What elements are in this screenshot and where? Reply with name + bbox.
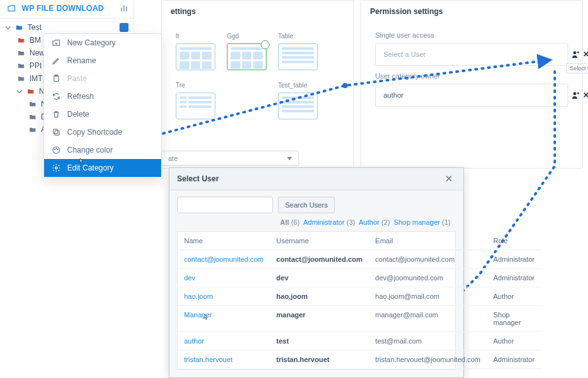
single-user-input[interactable]: Select a User ✕ (375, 43, 568, 66)
cell-username: manager (270, 306, 369, 332)
cell-name[interactable]: dev (178, 269, 270, 287)
context-menu: New Category Rename Paste Refresh Delete… (43, 33, 162, 178)
tree-label: PPI (29, 61, 42, 70)
svg-rect-2 (55, 131, 59, 135)
permission-panel-title: Permission settings (361, 1, 582, 20)
col-name: Name (178, 232, 270, 250)
theme-option[interactable]: Test_table (278, 82, 318, 119)
folder-icon (17, 36, 26, 44)
settings-panel-title: ettings (162, 1, 353, 20)
ctx-delete[interactable]: Delete (44, 105, 161, 123)
cell-role: Administrator (487, 269, 541, 287)
single-user-placeholder: Select a User (383, 50, 426, 58)
filter-author[interactable]: Author (359, 218, 379, 226)
cell-name[interactable]: Manager (178, 306, 270, 332)
ctx-refresh[interactable]: Refresh (44, 87, 161, 105)
pencil-icon (52, 56, 61, 65)
cell-name[interactable]: contact@joomunited.com (178, 250, 270, 269)
cell-name[interactable]: hao.joom (178, 287, 270, 306)
owner-input[interactable]: author ✕ (375, 84, 568, 107)
cell-role: Shop manager (487, 306, 541, 332)
ctx-rename[interactable]: Rename (44, 52, 161, 70)
brand-title: WP FILE DOWNLOAD (22, 4, 104, 13)
modal-filters: All (6) Administrator (3) Author (2) Sho… (169, 217, 463, 231)
svg-rect-3 (53, 129, 58, 133)
add-user-icon[interactable] (571, 50, 580, 59)
folder-icon (15, 24, 24, 31)
date-label: ate (168, 155, 178, 162)
ctx-new-category[interactable]: New Category (44, 34, 161, 52)
cell-email: dev@joomunited.com (369, 269, 487, 287)
gear-icon (52, 163, 61, 172)
cell-email: contact@joomunited.com (369, 250, 487, 269)
filter-shop[interactable]: Shop manager (394, 218, 440, 226)
caret-down-icon (5, 25, 11, 31)
select-user-tooltip: Select User (566, 63, 588, 73)
theme-name: lt (176, 33, 215, 40)
modal-title: Select User (177, 174, 219, 183)
ctx-edit-category[interactable]: Edit Category (44, 159, 161, 177)
svg-point-5 (54, 149, 55, 149)
filter-all[interactable]: All (6) (280, 218, 300, 226)
col-email: Email (369, 232, 487, 250)
ctx-label: Rename (67, 56, 96, 65)
table-row[interactable]: hao.joomhao.joomhao.joom@mail.comAuthor (178, 287, 541, 306)
folder-icon (28, 113, 37, 121)
cell-name[interactable]: author (178, 332, 270, 351)
download-icon (6, 4, 17, 13)
settings-panel: ettings lt Ggd Table Tre Test_table (161, 0, 354, 169)
table-row[interactable]: contact@joomunited.comcontact@joomunited… (178, 250, 541, 269)
table-row[interactable]: devdevdev@joomunited.comAdministrator (178, 269, 541, 287)
ctx-label: Delete (67, 110, 89, 119)
cursor-pointer-icon (201, 313, 210, 323)
table-row[interactable]: tristan.hervouettristan.hervouettristan.… (178, 351, 541, 369)
search-users-button[interactable]: Search Users (278, 197, 335, 213)
modal-search-input[interactable] (177, 197, 273, 213)
cell-username: tristan.hervouet (270, 351, 369, 369)
add-user-icon[interactable] (571, 91, 580, 100)
theme-option-selected[interactable]: Ggd (227, 33, 267, 70)
tree-root[interactable]: Test (0, 21, 134, 34)
table-header: Name Username Email Role (178, 232, 541, 250)
caret-down-icon (17, 89, 22, 94)
theme-option[interactable]: lt (176, 33, 215, 70)
clear-user-icon[interactable]: ✕ (583, 50, 588, 59)
date-input[interactable]: ate (161, 151, 299, 166)
owner-value: author (383, 91, 403, 99)
ctx-label: Change color (67, 146, 112, 155)
folder-icon (17, 49, 26, 57)
cell-name[interactable]: tristan.hervouet (178, 351, 270, 369)
caret-down-icon (287, 157, 292, 160)
clear-user-icon[interactable]: ✕ (583, 91, 588, 100)
svg-point-7 (58, 149, 58, 149)
tree-root-action[interactable] (120, 23, 128, 32)
folder-icon (28, 126, 37, 133)
cell-username: test (270, 332, 369, 351)
equalizer-icon[interactable] (121, 5, 127, 11)
ctx-label: New Category (67, 38, 116, 47)
folder-icon (28, 100, 37, 108)
ctx-copy-shortcode[interactable]: Copy Shortcode (44, 123, 161, 141)
cell-email: manager@mail.com (369, 306, 487, 332)
theme-option[interactable]: Tre (176, 82, 215, 119)
ctx-paste: Paste (44, 70, 161, 87)
folder-icon (17, 75, 26, 82)
col-role: Role (487, 232, 541, 250)
cell-username: contact@joomunited.com (270, 250, 369, 269)
cell-email: tristan.hervouet@joomunited.com (369, 351, 487, 369)
folder-icon (26, 87, 35, 95)
refresh-icon (52, 92, 61, 101)
ctx-label: Paste (67, 74, 87, 83)
filter-admin[interactable]: Administrator (303, 218, 344, 226)
table-row[interactable]: authortesttest@mail.comAuthor (178, 332, 541, 351)
table-row[interactable]: Managermanagermanager@mail.comShop manag… (178, 306, 541, 332)
cell-role: Administrator (487, 351, 541, 369)
cell-username: hao.joom (270, 287, 369, 306)
ctx-change-color[interactable]: Change color (44, 141, 161, 159)
svg-point-8 (55, 167, 58, 169)
plus-folder-icon (52, 38, 61, 47)
theme-option[interactable]: Table (278, 33, 318, 70)
ctx-label: Refresh (67, 92, 94, 101)
close-icon[interactable]: ✕ (442, 173, 456, 185)
ctx-label: Copy Shortcode (67, 128, 122, 137)
